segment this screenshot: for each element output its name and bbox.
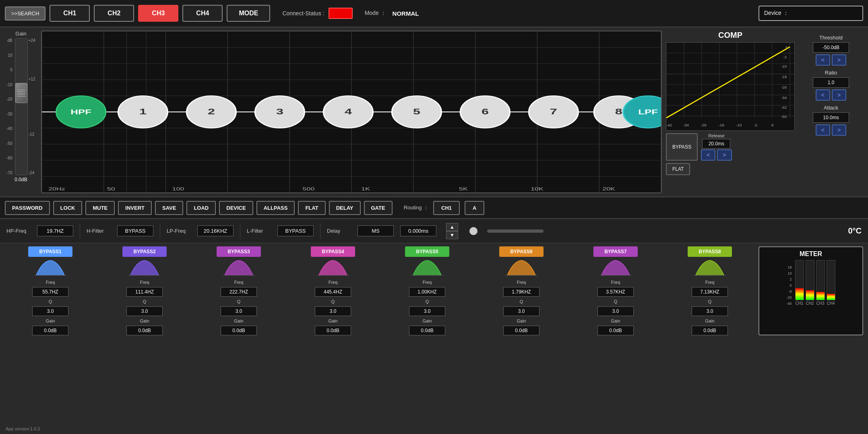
flat-button[interactable]: FLAT [298, 201, 325, 215]
ratio-label: Ratio [825, 70, 837, 76]
gain-title: Gain [15, 31, 26, 37]
svg-text:100: 100 [172, 186, 184, 191]
threshold-right-button[interactable]: > [832, 54, 846, 66]
search-button[interactable]: >>SEARCH [5, 6, 45, 21]
temperature-display: 0°C [848, 226, 862, 236]
attack-left-button[interactable]: < [816, 124, 830, 136]
gain-value-7: 0.0dB [597, 326, 634, 335]
comp-graph: -42 -34 -26 -18 -10 -2 6 6 -2 -10 -18 -2… [666, 42, 795, 131]
hp-freq-value: 19.7HZ [37, 225, 73, 236]
bypass-band-8-button[interactable]: BYPASS8 [688, 246, 732, 257]
ratio-value: 1.0 [813, 77, 849, 88]
main-area: Gain dB 10 0 -10 -20 -30 -40 -50 -60 -70 [0, 27, 868, 196]
lock-button[interactable]: LOCK [53, 201, 83, 215]
allpass-button[interactable]: ALLPASS [256, 201, 295, 215]
up-button[interactable]: ▲ [446, 223, 458, 231]
password-button[interactable]: PASSWORD [5, 201, 50, 215]
gain-fader[interactable] [15, 38, 28, 175]
eq-graph[interactable]: HPF 1 2 3 4 5 6 7 8 [41, 31, 662, 193]
ratio-right-button[interactable]: > [832, 89, 846, 101]
ch3-button[interactable]: CH3 [138, 5, 178, 22]
band-col-3: BYPASS3 Freq 222.7HZ Q 3.0 Gain 0.0dB [193, 246, 284, 335]
bypass-band-7-button[interactable]: BYPASS7 [593, 246, 638, 257]
q-value-1: 3.0 [32, 306, 68, 316]
filter-row: HP-Freq 19.7HZ H-Filter BYPASS LP-Freq 2… [0, 219, 868, 243]
meter-section: METER 18 10 2 0 -8 -20 -40 CH1 [758, 246, 863, 335]
device-box[interactable]: Device ： [758, 6, 863, 21]
freq-value-2: 111.4HZ [126, 287, 163, 297]
q-value-6: 3.0 [503, 306, 539, 316]
bypass-band-4-button[interactable]: BYPASS4 [311, 246, 355, 257]
gain-value-4: 0.0dB [315, 326, 351, 335]
gain-label-4: Gain [328, 318, 337, 323]
attack-right-button[interactable]: > [832, 124, 846, 136]
q-label-1: Q [49, 299, 52, 304]
mute-button[interactable]: MUTE [85, 201, 115, 215]
ch2-button[interactable]: CH2 [94, 5, 134, 22]
comp-title: COMP [666, 31, 795, 40]
invert-button[interactable]: INVERT [118, 201, 152, 215]
threshold-left-button[interactable]: < [816, 54, 830, 66]
freq-label-4: Freq [329, 280, 338, 285]
freq-value-5: 1.00KHZ [409, 287, 445, 297]
q-value-8: 3.0 [692, 306, 728, 316]
svg-text:-42: -42 [781, 105, 787, 110]
bypass-band-2-button[interactable]: BYPASS2 [122, 246, 167, 257]
meter-scale: 18 10 2 0 -8 -20 -40 [786, 265, 793, 306]
freq-value-8: 7.13KHZ [692, 287, 728, 297]
gate-button[interactable]: GATE [364, 201, 393, 215]
band-col-6: BYPASS6 Freq 1.79KHZ Q 3.0 Gain 0.0dB [476, 246, 567, 335]
fader-handle[interactable] [15, 83, 27, 103]
filter-divider-3 [240, 223, 240, 239]
delay-slider-knob[interactable] [469, 227, 477, 235]
bypass-band-3-button[interactable]: BYPASS3 [217, 246, 261, 257]
bypass-band-5-button[interactable]: BYPASS5 [405, 246, 449, 257]
comp-release-right-button[interactable]: > [717, 149, 732, 161]
q-value-5: 3.0 [409, 306, 445, 316]
freq-value-6: 1.79KHZ [503, 287, 539, 297]
svg-text:5K: 5K [459, 186, 468, 191]
freq-label-2: Freq [140, 280, 149, 285]
svg-text:20Hz: 20Hz [48, 186, 65, 191]
comp-flat-button[interactable]: FLAT [666, 163, 690, 175]
meter-title: METER [800, 250, 822, 258]
delay-time-value: 0.000ms [400, 225, 436, 236]
gain-labels: dB 10 0 -10 -20 -30 -40 -50 -60 -70 [6, 38, 14, 175]
band-col-4: BYPASS4 Freq 445.4HZ Q 3.0 Gain 0.0dB [287, 246, 378, 335]
filter-divider-4 [320, 223, 320, 239]
q-label-5: Q [426, 299, 429, 304]
save-button[interactable]: SAVE [155, 201, 183, 215]
ratio-left-button[interactable]: < [816, 89, 830, 101]
threshold-value: -50.0dB [813, 42, 849, 53]
svg-text:-50: -50 [781, 114, 787, 119]
gain-value-1: 0.0dB [32, 326, 68, 335]
delay-ms-value: MS [358, 225, 394, 236]
comp-release-arrows: < > [701, 149, 732, 161]
load-button[interactable]: LOAD [186, 201, 216, 215]
bell-shape-3 [223, 259, 255, 277]
down-button[interactable]: ▼ [446, 231, 458, 239]
freq-value-4: 445.4HZ [315, 287, 351, 297]
q-label-2: Q [143, 299, 147, 304]
ch4-button[interactable]: CH4 [182, 5, 223, 22]
mode-button[interactable]: MODE [227, 5, 270, 22]
ch1-button[interactable]: CH1 [50, 5, 90, 22]
svg-text:20K: 20K [602, 186, 615, 191]
comp-release-left-button[interactable]: < [701, 149, 715, 161]
bypass-band-1-button[interactable]: BYPASS1 [28, 246, 72, 257]
q-label-8: Q [708, 299, 712, 304]
delay-button[interactable]: DELAY [329, 201, 361, 215]
device-button[interactable]: DEVICE [219, 201, 253, 215]
bell-shape-1 [34, 259, 66, 277]
delay-slider[interactable] [487, 229, 544, 233]
mode-prefix: Mode ： [365, 10, 386, 17]
gain-label-7: Gain [611, 318, 620, 323]
svg-text:-42: -42 [666, 123, 672, 127]
q-value-7: 3.0 [597, 306, 634, 316]
comp-release-section: Release 20.0ms < > [701, 133, 732, 161]
connect-status-label: Connect-Status : [282, 10, 324, 17]
up-down-buttons: ▲ ▼ [446, 223, 458, 239]
meter-bars: 18 10 2 0 -8 -20 -40 CH1 CH2 [786, 260, 835, 306]
bypass-band-6-button[interactable]: BYPASS6 [499, 246, 544, 257]
comp-bypass-button[interactable]: BYPASS [666, 133, 698, 161]
